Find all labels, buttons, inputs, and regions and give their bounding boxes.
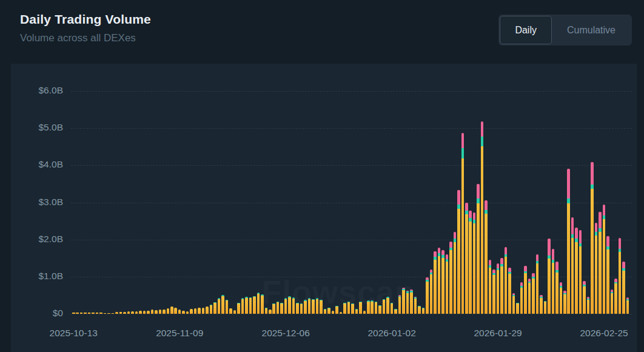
volume-bar[interactable] [520, 282, 523, 314]
volume-bar[interactable] [599, 212, 602, 314]
volume-bar[interactable] [261, 294, 264, 314]
volume-bar[interactable] [92, 313, 95, 314]
volume-bar[interactable] [174, 308, 177, 314]
volume-bar[interactable] [555, 262, 558, 314]
volume-bar[interactable] [563, 291, 566, 314]
volume-bar[interactable] [316, 298, 319, 314]
volume-bar[interactable] [512, 293, 515, 314]
volume-bar[interactable] [454, 232, 457, 314]
volume-bar[interactable] [115, 312, 118, 314]
volume-bar[interactable] [434, 251, 437, 314]
volume-bar[interactable] [182, 311, 185, 314]
volume-bar[interactable] [221, 295, 224, 314]
volume-bar[interactable] [99, 313, 102, 314]
volume-bar[interactable] [500, 258, 503, 314]
volume-bar[interactable] [603, 205, 606, 314]
volume-bar[interactable] [359, 302, 362, 314]
volume-bar[interactable] [524, 265, 527, 314]
volume-bar[interactable] [485, 200, 488, 314]
volume-bar[interactable] [127, 311, 130, 314]
volume-bar[interactable] [245, 297, 248, 314]
volume-bar[interactable] [237, 303, 240, 314]
volume-bar[interactable] [84, 313, 87, 314]
volume-bar[interactable] [544, 301, 547, 314]
volume-bar[interactable] [320, 300, 323, 314]
volume-bar[interactable] [277, 302, 280, 314]
volume-bar[interactable] [123, 312, 126, 314]
volume-bar[interactable] [536, 254, 539, 314]
volume-bar[interactable] [391, 303, 394, 314]
volume-bar[interactable] [226, 300, 229, 314]
volume-bar[interactable] [292, 297, 295, 314]
volume-bar[interactable] [355, 309, 358, 314]
volume-bar[interactable] [583, 281, 586, 314]
volume-bar[interactable] [626, 297, 629, 314]
volume-bar[interactable] [587, 297, 590, 314]
volume-bar[interactable] [88, 313, 91, 314]
volume-bar[interactable] [394, 309, 397, 314]
volume-bar[interactable] [560, 282, 563, 314]
volume-bar[interactable] [300, 303, 303, 314]
volume-bar[interactable] [343, 303, 346, 314]
volume-bar[interactable] [406, 291, 409, 314]
volume-bar[interactable] [233, 310, 236, 314]
volume-bar[interactable] [147, 311, 150, 314]
volume-bar[interactable] [461, 133, 465, 314]
volume-bar[interactable] [383, 299, 386, 314]
volume-bar[interactable] [332, 311, 335, 314]
volume-bar[interactable] [335, 306, 338, 314]
volume-bar[interactable] [198, 308, 201, 314]
volume-bar[interactable] [378, 305, 381, 314]
volume-bar[interactable] [367, 300, 370, 314]
volume-bar[interactable] [340, 312, 343, 314]
volume-bar[interactable] [143, 311, 146, 314]
volume-bar[interactable] [96, 313, 99, 314]
volume-bar[interactable] [210, 305, 213, 314]
volume-bar[interactable] [532, 273, 535, 314]
volume-bar[interactable] [131, 311, 134, 314]
volume-bar[interactable] [190, 309, 193, 314]
volume-bar[interactable] [414, 297, 417, 314]
volume-bar[interactable] [505, 247, 508, 314]
volume-bar[interactable] [567, 169, 570, 314]
volume-bar[interactable] [548, 239, 551, 314]
volume-bar[interactable] [304, 300, 307, 314]
volume-bar[interactable] [398, 295, 401, 314]
volume-bar[interactable] [206, 306, 209, 314]
toggle-daily-button[interactable]: Daily [500, 16, 552, 44]
volume-bar[interactable] [119, 312, 122, 314]
volume-bar[interactable] [280, 303, 283, 314]
volume-bar[interactable] [241, 298, 244, 314]
volume-bar[interactable] [422, 308, 425, 314]
volume-bar[interactable] [575, 228, 578, 314]
volume-bar[interactable] [591, 162, 594, 314]
volume-bar[interactable] [449, 242, 452, 314]
volume-bar[interactable] [489, 260, 492, 314]
volume-bar[interactable] [288, 296, 291, 314]
volume-bar[interactable] [76, 313, 79, 314]
volume-bar[interactable] [438, 248, 441, 314]
volume-bar[interactable] [508, 268, 511, 314]
volume-bar[interactable] [441, 250, 444, 314]
volume-bar[interactable] [253, 296, 256, 314]
volume-bar[interactable] [186, 311, 189, 314]
volume-bar[interactable] [284, 298, 287, 314]
volume-bar[interactable] [272, 303, 275, 314]
volume-bar[interactable] [80, 313, 83, 314]
volume-bar[interactable] [477, 184, 480, 314]
volume-bar[interactable] [312, 299, 315, 314]
volume-bar[interactable] [107, 313, 110, 314]
volume-bar[interactable] [327, 308, 330, 314]
volume-bar[interactable] [473, 212, 476, 314]
volume-bar[interactable] [579, 230, 582, 314]
volume-bar[interactable] [410, 289, 413, 314]
volume-bar[interactable] [619, 238, 622, 314]
volume-bar[interactable] [178, 310, 181, 314]
volume-bar[interactable] [170, 306, 173, 314]
volume-bar[interactable] [194, 308, 197, 314]
volume-bar[interactable] [426, 277, 429, 314]
volume-bar[interactable] [104, 313, 107, 314]
volume-bar[interactable] [112, 313, 115, 314]
volume-bar[interactable] [249, 297, 252, 314]
volume-bar[interactable] [229, 308, 232, 314]
